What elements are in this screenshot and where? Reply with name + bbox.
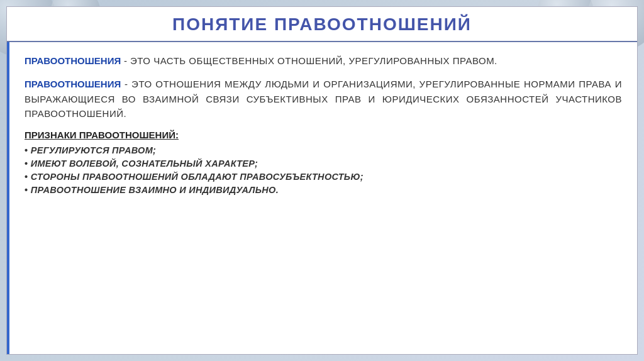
definition-text-1: ЭТО ЧАСТЬ ОБЩЕСТВЕННЫХ ОТНОШЕНИЙ, УРЕГУЛ… bbox=[130, 55, 497, 66]
separator-2: - bbox=[121, 79, 131, 89]
main-container: ПОНЯТИЕ ПРАВООТНОШЕНИЙ ПРАВООТНОШЕНИЯ - … bbox=[6, 6, 638, 355]
content-area: ПРАВООТНОШЕНИЯ - ЭТО ЧАСТЬ ОБЩЕСТВЕННЫХ … bbox=[7, 42, 637, 354]
definition-1: ПРАВООТНОШЕНИЯ - ЭТО ЧАСТЬ ОБЩЕСТВЕННЫХ … bbox=[25, 53, 622, 68]
sign-item-2: ИМЕЮТ ВОЛЕВОЙ, СОЗНАТЕЛЬНЫЙ ХАРАКТЕР; bbox=[25, 158, 622, 169]
signs-title: ПРИЗНАКИ ПРАВООТНОШЕНИЙ: bbox=[25, 130, 622, 140]
sign-item-1: РЕГУЛИРУЮТСЯ ПРАВОМ; bbox=[25, 145, 622, 155]
term-1: ПРАВООТНОШЕНИЯ bbox=[25, 55, 121, 66]
sign-item-3: СТОРОНЫ ПРАВООТНОШЕНИЙ ОБЛАДАЮТ ПРАВОСУБ… bbox=[25, 172, 622, 182]
page-title: ПОНЯТИЕ ПРАВООТНОШЕНИЙ bbox=[172, 14, 472, 34]
definition-2: ПРАВООТНОШЕНИЯ - ЭТО ОТНОШЕНИЯ МЕЖДУ ЛЮД… bbox=[25, 77, 622, 121]
sign-item-4: ПРАВООТНОШЕНИЕ ВЗАИМНО И ИНДИВИДУАЛЬНО. bbox=[25, 185, 622, 195]
signs-section: ПРИЗНАКИ ПРАВООТНОШЕНИЙ: РЕГУЛИРУЮТСЯ ПР… bbox=[25, 130, 622, 195]
title-bar: ПОНЯТИЕ ПРАВООТНОШЕНИЙ bbox=[7, 7, 637, 42]
separator-1: - bbox=[121, 55, 130, 66]
term-2: ПРАВООТНОШЕНИЯ bbox=[25, 79, 121, 89]
